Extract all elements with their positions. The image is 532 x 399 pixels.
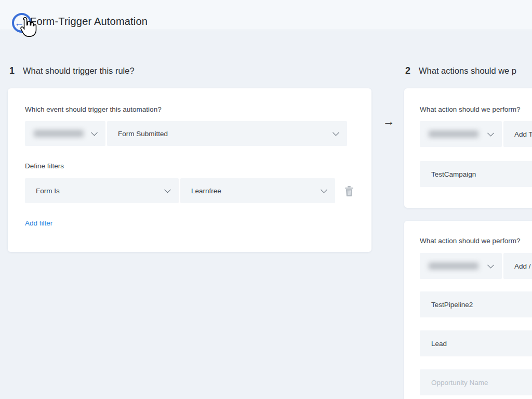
module-dropdown[interactable] — [420, 253, 502, 279]
event-selector-row: Form Submitted — [25, 121, 347, 146]
filter-field-value: Form Is — [25, 187, 60, 195]
campaign-field[interactable]: TestCampaign — [420, 161, 532, 187]
action-type-value: Add / — [503, 262, 531, 270]
section-2-number: 2 — [405, 65, 410, 76]
module-dropdown[interactable] — [25, 121, 105, 146]
chevron-down-icon — [487, 262, 494, 269]
action-selector-row: Add T — [420, 121, 532, 147]
flow-arrow-icon: → — [380, 114, 397, 128]
section-2-title: What actions should we p — [419, 66, 516, 76]
stage-value: Lead — [420, 340, 447, 348]
action-card-2: What action should we perform? Add / Tes… — [404, 221, 532, 399]
back-button[interactable]: ← — [12, 13, 32, 33]
filter-field-dropdown[interactable]: Form Is — [25, 178, 179, 203]
trash-icon — [344, 186, 354, 196]
action-selector-row: Add / — [420, 253, 532, 279]
opportunity-name-field[interactable]: Opportunity Name — [420, 369, 532, 395]
delete-filter-button[interactable] — [344, 186, 354, 196]
page-title: Form-Trigger Automation — [30, 16, 148, 28]
redacted-module-value — [429, 262, 478, 270]
pipeline-field[interactable]: TestPipeline2 — [420, 291, 532, 317]
chevron-down-icon — [487, 130, 494, 137]
action-type-value: Add T — [503, 130, 532, 138]
filter-value: Learnfree — [180, 187, 221, 195]
section-2-heading: 2 What actions should we p — [405, 65, 516, 76]
trigger-card: Which event should trigger this automati… — [8, 88, 371, 252]
event-type-dropdown[interactable]: Form Submitted — [107, 121, 347, 146]
action-question-label: What action should we perform? — [420, 105, 521, 113]
redacted-module-value — [429, 130, 478, 138]
pipeline-value: TestPipeline2 — [420, 301, 473, 309]
action-card-1: What action should we perform? Add T Tes… — [404, 88, 532, 208]
action-type-dropdown[interactable]: Add / — [503, 253, 532, 279]
chevron-down-icon — [164, 187, 171, 193]
chevron-down-icon — [321, 187, 327, 193]
action-question-label: What action should we perform? — [420, 237, 521, 245]
section-1-heading: 1 What should trigger this rule? — [9, 65, 135, 76]
action-type-dropdown[interactable]: Add T — [503, 121, 532, 147]
arrow-left-icon: ← — [15, 18, 24, 28]
section-1-title: What should trigger this rule? — [23, 66, 135, 76]
chevron-down-icon — [91, 129, 98, 136]
event-type-value: Form Submitted — [107, 130, 168, 138]
define-filters-label: Define filters — [25, 162, 64, 170]
module-dropdown[interactable] — [420, 121, 502, 147]
filter-value-dropdown[interactable]: Learnfree — [180, 178, 335, 203]
redacted-module-value — [34, 130, 84, 137]
automation-builder-page: ← Form-Trigger Automation 1 What should … — [0, 0, 532, 399]
opportunity-name-placeholder: Opportunity Name — [420, 379, 488, 387]
campaign-value: TestCampaign — [420, 170, 476, 178]
stage-field[interactable]: Lead — [420, 330, 532, 356]
section-1-number: 1 — [9, 65, 15, 76]
event-question-label: Which event should trigger this automati… — [25, 105, 162, 113]
add-filter-link[interactable]: Add filter — [25, 219, 52, 227]
chevron-down-icon — [332, 129, 339, 136]
filter-row: Form Is Learnfree — [25, 178, 335, 203]
